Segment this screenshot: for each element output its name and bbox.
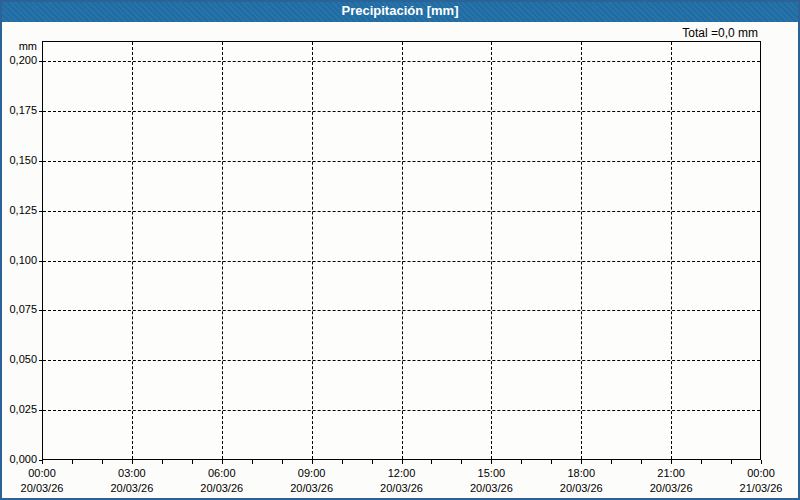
y-axis-unit-label: mm (0, 40, 37, 52)
x-tick-mark (372, 460, 373, 464)
y-tick-label: 0,100 (0, 254, 37, 266)
x-tick-time: 21:00 (650, 466, 693, 481)
x-tick-label: 18:0020/03/26 (560, 466, 603, 496)
x-gridline (671, 42, 672, 459)
y-tick-mark (39, 111, 42, 112)
y-tick-mark (39, 211, 42, 212)
x-tick-date: 20/03/26 (110, 481, 153, 496)
x-tick-mark (132, 460, 133, 464)
x-tick-mark (162, 460, 163, 464)
x-tick-mark (342, 460, 343, 464)
x-tick-label: 09:0020/03/26 (290, 466, 333, 496)
y-tick-label: 0,000 (0, 453, 37, 465)
x-gridline (491, 42, 492, 459)
x-tick-date: 20/03/26 (200, 481, 243, 496)
y-tick-label: 0,050 (0, 353, 37, 365)
x-tick-label: 00:0020/03/26 (21, 466, 64, 496)
y-tick-label: 0,175 (0, 104, 37, 116)
y-tick-mark (39, 410, 42, 411)
y-tick-label: 0,150 (0, 154, 37, 166)
x-tick-label: 15:0020/03/26 (470, 466, 513, 496)
x-tick-label: 21:0020/03/26 (650, 466, 693, 496)
chart-title: Precipitación [mm] (341, 3, 458, 18)
chart-title-bar: Precipitación [mm] (0, 0, 800, 22)
x-tick-time: 09:00 (290, 466, 333, 481)
y-tick-label: 0,025 (0, 403, 37, 415)
x-tick-time: 18:00 (560, 466, 603, 481)
x-tick-time: 00:00 (21, 466, 64, 481)
x-tick-date: 20/03/26 (560, 481, 603, 496)
x-tick-label: 00:0021/03/26 (740, 466, 783, 496)
x-tick-mark (491, 460, 492, 464)
x-tick-mark (102, 460, 103, 464)
x-tick-mark (72, 460, 73, 464)
x-tick-date: 21/03/26 (740, 481, 783, 496)
x-gridline (132, 42, 133, 459)
x-tick-time: 15:00 (470, 466, 513, 481)
x-gridline (312, 42, 313, 459)
x-tick-mark (252, 460, 253, 464)
y-tick-mark (39, 310, 42, 311)
x-tick-label: 12:0020/03/26 (380, 466, 423, 496)
x-tick-time: 03:00 (110, 466, 153, 481)
x-tick-mark (431, 460, 432, 464)
x-tick-date: 20/03/26 (380, 481, 423, 496)
x-tick-mark (222, 460, 223, 464)
x-gridline (222, 42, 223, 459)
y-tick-mark (39, 161, 42, 162)
x-tick-date: 20/03/26 (290, 481, 333, 496)
x-tick-mark (521, 460, 522, 464)
y-tick-label: 0,125 (0, 204, 37, 216)
x-tick-mark (671, 460, 672, 464)
x-gridline (402, 42, 403, 459)
x-tick-date: 20/03/26 (650, 481, 693, 496)
y-tick-mark (39, 261, 42, 262)
x-tick-mark (641, 460, 642, 464)
x-tick-mark (312, 460, 313, 464)
x-tick-mark (761, 460, 762, 464)
y-tick-mark (39, 61, 42, 62)
x-tick-time: 06:00 (200, 466, 243, 481)
x-tick-label: 06:0020/03/26 (200, 466, 243, 496)
x-tick-mark (731, 460, 732, 464)
x-tick-label: 03:0020/03/26 (110, 466, 153, 496)
chart-content: Total =0,0 mm mm 0,0000,0250,0500,0750,1… (0, 22, 800, 500)
x-tick-time: 00:00 (740, 466, 783, 481)
x-tick-mark (42, 460, 43, 464)
x-tick-mark (611, 460, 612, 464)
x-tick-mark (581, 460, 582, 464)
chart-window: Precipitación [mm] Total =0,0 mm mm 0,00… (0, 0, 800, 500)
y-tick-label: 0,075 (0, 303, 37, 315)
x-tick-date: 20/03/26 (21, 481, 64, 496)
x-tick-time: 12:00 (380, 466, 423, 481)
plot-area (42, 41, 761, 460)
x-tick-mark (282, 460, 283, 464)
x-tick-mark (701, 460, 702, 464)
x-tick-mark (461, 460, 462, 464)
y-tick-label: 0,200 (0, 54, 37, 66)
x-tick-date: 20/03/26 (470, 481, 513, 496)
x-tick-mark (551, 460, 552, 464)
y-tick-mark (39, 360, 42, 361)
x-gridline (581, 42, 582, 459)
x-tick-mark (402, 460, 403, 464)
total-value-label: Total =0,0 mm (682, 26, 758, 40)
x-tick-mark (192, 460, 193, 464)
